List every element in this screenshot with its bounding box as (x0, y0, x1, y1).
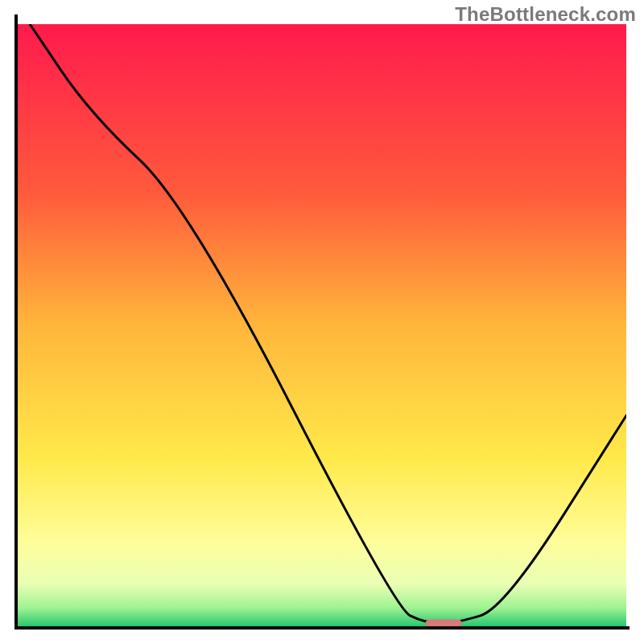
gradient-fill (18, 24, 626, 626)
watermark-text: TheBottleneck.com (455, 3, 636, 26)
chart-stage: TheBottleneck.com (0, 0, 644, 644)
x-axis (14, 626, 630, 630)
optimal-marker (426, 619, 462, 626)
plot-svg (18, 24, 626, 626)
plot-area (18, 24, 626, 626)
